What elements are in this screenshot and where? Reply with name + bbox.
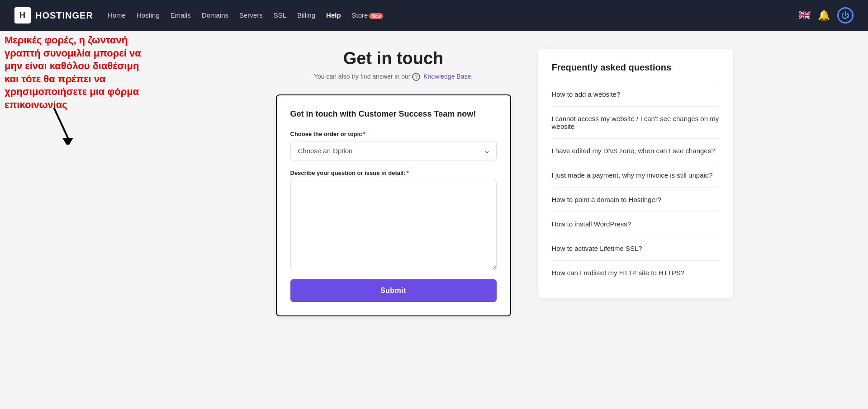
knowledge-base-link[interactable]: Knowledge Base xyxy=(423,73,471,80)
svg-marker-1 xyxy=(62,138,73,145)
submit-button[interactable]: Submit xyxy=(290,279,497,302)
bell-icon[interactable]: 🔔 xyxy=(818,9,830,21)
faq-item[interactable]: How can I redirect my HTTP site to HTTPS… xyxy=(552,261,719,285)
detail-textarea[interactable] xyxy=(290,180,497,270)
card-title: Get in touch with Customer Success Team … xyxy=(290,109,497,119)
nav-link-emails[interactable]: Emails xyxy=(171,11,191,19)
select-wrapper: Choose an Option ⌄ xyxy=(290,141,497,160)
order-select[interactable]: Choose an Option xyxy=(290,141,497,160)
subtitle-prefix: You can also try find answer in our xyxy=(314,73,411,80)
form-section: Get in touch You can also try find answe… xyxy=(276,49,511,391)
page-wrapper: Get in touch You can also try find answe… xyxy=(118,31,751,409)
faq-item[interactable]: How to install WordPress? xyxy=(552,212,719,236)
subtitle: You can also try find answer in our ? Kn… xyxy=(276,73,511,81)
nav-badge-store: New xyxy=(369,13,383,19)
page-title: Get in touch xyxy=(276,49,511,68)
faq-item[interactable]: How to add a website? xyxy=(552,82,719,107)
nav-link-store[interactable]: StoreNew xyxy=(352,11,383,19)
nav-link-billing[interactable]: Billing xyxy=(297,11,315,19)
navbar: H HOSTINGER HomeHostingEmailsDomainsServ… xyxy=(0,0,868,31)
flag-icon[interactable]: 🇬🇧 xyxy=(798,9,811,21)
nav-link-ssl[interactable]: SSL xyxy=(274,11,286,19)
arrow-icon xyxy=(50,104,81,146)
faq-item[interactable]: How to activate Lifetime SSL? xyxy=(552,236,719,261)
faq-list: How to add a website?I cannot access my … xyxy=(552,82,719,285)
required-star: * xyxy=(363,131,365,137)
nav-link-hosting[interactable]: Hosting xyxy=(137,11,160,19)
nav-link-help[interactable]: Help xyxy=(326,11,341,19)
faq-title: Frequently asked questions xyxy=(552,62,719,73)
required-star-2: * xyxy=(407,169,409,176)
order-label: Choose the order or topic* xyxy=(290,131,497,137)
nav-link-servers[interactable]: Servers xyxy=(239,11,263,19)
faq-item[interactable]: I have edited my DNS zone, when can I se… xyxy=(552,139,719,163)
faq-section: Frequently asked questions How to add a … xyxy=(538,49,733,298)
question-icon: ? xyxy=(412,73,420,81)
svg-line-0 xyxy=(54,108,68,138)
annotation-text: Μερικές φορές, η ζωντανή γραπτή συνομιλί… xyxy=(5,34,149,112)
nav-link-home[interactable]: Home xyxy=(108,11,126,19)
nav-link-domains[interactable]: Domains xyxy=(202,11,228,19)
contact-card: Get in touch with Customer Success Team … xyxy=(276,94,511,316)
detail-label: Describe your question or issue in detai… xyxy=(290,169,497,176)
faq-item[interactable]: I just made a payment, why my invoice is… xyxy=(552,163,719,188)
nav-links: HomeHostingEmailsDomainsServersSSLBillin… xyxy=(108,11,784,19)
faq-item[interactable]: How to point a domain to Hostinger? xyxy=(552,188,719,212)
logo[interactable]: H HOSTINGER xyxy=(14,7,93,24)
power-button[interactable]: ⏻ xyxy=(837,7,854,24)
logo-text: HOSTINGER xyxy=(35,10,93,21)
nav-right: 🇬🇧 🔔 ⏻ xyxy=(798,7,854,24)
logo-icon: H xyxy=(14,7,31,24)
faq-item[interactable]: I cannot access my website / I can't see… xyxy=(552,107,719,139)
